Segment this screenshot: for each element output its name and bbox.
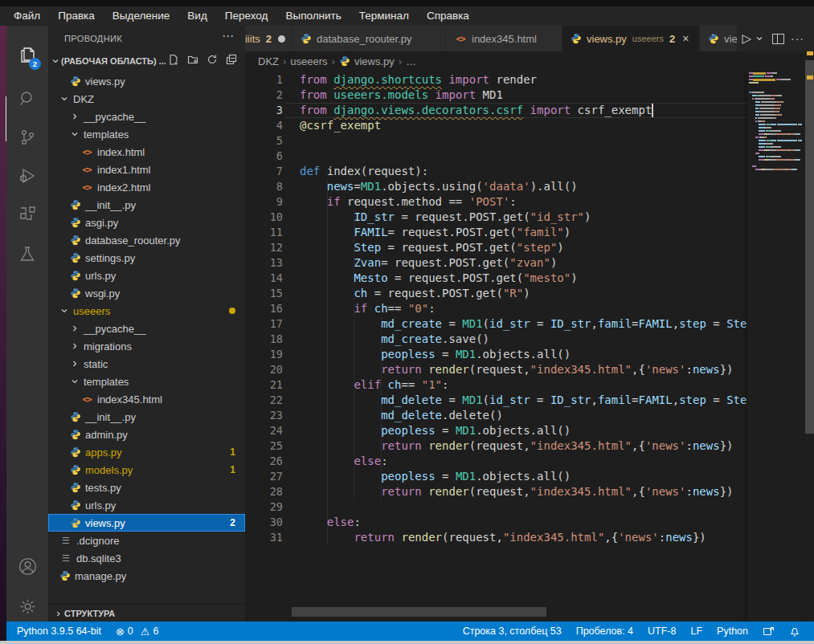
- tree-item-index1.html[interactable]: <>index1.html: [48, 161, 245, 178]
- tree-item-wsgi.py[interactable]: wsgi.py: [48, 284, 245, 302]
- tree-item-index2.html[interactable]: <>index2.html: [48, 178, 245, 196]
- menu-переход[interactable]: Переход: [216, 6, 277, 26]
- code-lines[interactable]: from django.shortcuts import renderfrom …: [300, 72, 747, 545]
- line-number[interactable]: 24: [245, 423, 283, 438]
- line-number[interactable]: 5: [245, 133, 283, 149]
- code-line[interactable]: return render(request,"index345.html",{'…: [300, 362, 747, 377]
- close-icon[interactable]: ×: [682, 32, 689, 45]
- code-line[interactable]: [300, 499, 747, 515]
- code-line[interactable]: peopless = MD1.objects.all(): [300, 347, 747, 362]
- breadcrumb-item-dkz[interactable]: DKZ: [258, 55, 279, 67]
- run-button[interactable]: ▷: [742, 31, 751, 46]
- line-number[interactable]: 2: [245, 88, 283, 103]
- breadcrumb-item-views.py[interactable]: views.py: [339, 55, 395, 67]
- tab-views.py[interactable]: views.pyuseeers2×: [562, 26, 699, 51]
- breadcrumb-item--[interactable]: …: [406, 55, 416, 67]
- line-number[interactable]: 29: [245, 499, 283, 515]
- problems-status[interactable]: ⊗ 0 ⚠ 6: [108, 626, 166, 638]
- outline-section-header[interactable]: СТРУКТУРА: [48, 604, 245, 622]
- code-line[interactable]: md_delete = MD1(id_str = ID_str,famil=FA…: [300, 393, 747, 408]
- code-line[interactable]: md_create.save(): [300, 332, 747, 347]
- tree-item-urls.py[interactable]: urls.py: [48, 496, 245, 514]
- code-line[interactable]: return render(request,"index345.html",{'…: [300, 438, 747, 454]
- tree-item-manage.py[interactable]: manage.py: [48, 567, 245, 585]
- testing-icon[interactable]: [6, 236, 48, 273]
- horizontal-scrollbar[interactable]: [292, 607, 546, 617]
- split-editor-icon[interactable]: [772, 34, 784, 44]
- line-number[interactable]: 28: [245, 484, 283, 499]
- search-icon[interactable]: [6, 80, 48, 117]
- run-dropdown-icon[interactable]: [755, 35, 764, 43]
- code-line[interactable]: from django.shortcuts import render: [300, 72, 747, 88]
- tab-index345.html[interactable]: <>index345.html: [446, 26, 562, 51]
- tree-item--init-.py[interactable]: __init__.py: [48, 408, 245, 426]
- line-number-gutter[interactable]: 1234567891011121314151617181920212223242…: [245, 72, 283, 545]
- explorer-icon[interactable]: 2: [6, 37, 48, 74]
- status-item-3[interactable]: LF: [683, 626, 710, 637]
- line-number[interactable]: 30: [245, 515, 283, 530]
- sidebar-more-icon[interactable]: ⋯: [222, 29, 234, 43]
- line-number[interactable]: 22: [245, 393, 283, 408]
- tree-item-index345.html[interactable]: <>index345.html: [48, 390, 245, 408]
- line-number[interactable]: 6: [245, 149, 283, 164]
- code-line[interactable]: Mesto = request.POST.get("mesto"): [300, 271, 747, 286]
- menu-вид[interactable]: Вид: [178, 6, 215, 26]
- line-number[interactable]: 14: [245, 271, 283, 286]
- line-number[interactable]: 4: [245, 118, 283, 133]
- new-folder-icon[interactable]: [187, 54, 198, 68]
- minimap[interactable]: [747, 71, 804, 622]
- tree-item-useeers[interactable]: useeers: [48, 302, 245, 320]
- source-control-icon[interactable]: [6, 119, 48, 156]
- menu-справка[interactable]: Справка: [418, 6, 478, 26]
- code-line[interactable]: md_delete.delete(): [300, 408, 747, 423]
- menu-выделение[interactable]: Выделение: [104, 6, 179, 26]
- code-editor[interactable]: 1234567891011121314151617181920212223242…: [245, 71, 814, 622]
- status-item-4[interactable]: Python: [710, 626, 755, 637]
- line-number[interactable]: 8: [245, 179, 283, 194]
- tree-item-settings.py[interactable]: settings.py: [48, 249, 245, 267]
- line-number[interactable]: 1: [245, 72, 283, 88]
- tree-item-templates[interactable]: templates: [48, 125, 245, 143]
- new-file-icon[interactable]: [168, 54, 179, 68]
- tree-item-db.sqlite3[interactable]: ☰db.sqlite3: [48, 549, 245, 567]
- code-line[interactable]: peopless = MD1.objects.all(): [300, 469, 747, 484]
- menu-выполнить[interactable]: Выполнить: [276, 6, 350, 26]
- line-number[interactable]: 31: [245, 530, 283, 545]
- line-number[interactable]: 17: [245, 316, 283, 332]
- code-line[interactable]: from useeers.models import MD1: [300, 88, 747, 103]
- code-line[interactable]: Step = request.POST.get("step"): [300, 240, 747, 255]
- code-line[interactable]: else:: [300, 454, 747, 469]
- line-number[interactable]: 20: [245, 362, 283, 377]
- code-line[interactable]: @csrf_exempt: [300, 118, 747, 133]
- tree-item-urls.py[interactable]: urls.py: [48, 267, 245, 284]
- tree-item-asgi.py[interactable]: asgi.py: [48, 214, 245, 231]
- code-line[interactable]: elif ch== "1":: [300, 377, 747, 393]
- line-number[interactable]: 23: [245, 408, 283, 423]
- code-line[interactable]: peopless = MD1.objects.all(): [300, 423, 747, 438]
- workspace-section-header[interactable]: (РАБОЧАЯ ОБЛАСТЬ) ...: [48, 51, 245, 71]
- code-line[interactable]: ch = request.POST.get("R"): [300, 286, 747, 301]
- more-actions-icon[interactable]: ···: [787, 32, 808, 45]
- tree-item-views.py[interactable]: views.py2: [48, 514, 245, 532]
- tab-iiits[interactable]: iiits2: [245, 26, 292, 51]
- tree-item--pycache-[interactable]: __pycache__: [48, 320, 245, 337]
- line-number[interactable]: 18: [245, 332, 283, 347]
- refresh-icon[interactable]: [207, 54, 218, 68]
- line-number[interactable]: 10: [245, 210, 283, 225]
- feedback-icon[interactable]: [755, 626, 782, 637]
- vertical-scrollbar-thumb[interactable]: [805, 60, 814, 434]
- python-interpreter-status[interactable]: Python 3.9.5 64-bit: [10, 626, 108, 637]
- code-line[interactable]: return render(request,"index345.html",{'…: [300, 530, 747, 545]
- code-line[interactable]: if request.method == 'POST':: [300, 194, 747, 210]
- line-number[interactable]: 25: [245, 438, 283, 454]
- tree-item-index.html[interactable]: <>index.html: [48, 143, 245, 161]
- extensions-icon[interactable]: [6, 196, 48, 233]
- tree-item-static[interactable]: static: [48, 355, 245, 373]
- tree-item-models.py[interactable]: models.py1: [48, 461, 245, 479]
- line-number[interactable]: 26: [245, 454, 283, 469]
- tree-item-views.py[interactable]: views.py: [48, 72, 245, 90]
- code-line[interactable]: Zvan= request.POST.get("zvan"): [300, 255, 747, 271]
- code-line[interactable]: news=MD1.objects.using('daata').all(): [300, 179, 747, 194]
- line-number[interactable]: 21: [245, 377, 283, 393]
- line-number[interactable]: 11: [245, 225, 283, 240]
